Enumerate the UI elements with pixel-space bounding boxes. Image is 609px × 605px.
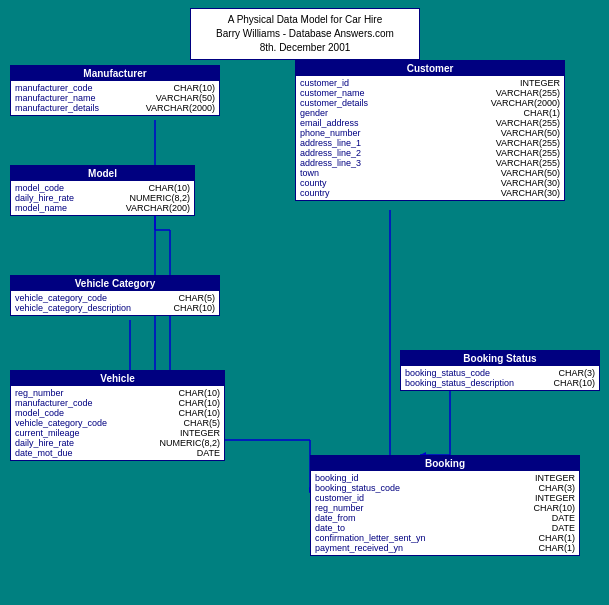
table-row: manufacturer_name VARCHAR(50)	[15, 93, 215, 103]
table-row: booking_status_code CHAR(3)	[405, 368, 595, 378]
table-row: manufacturer_code CHAR(10)	[15, 83, 215, 93]
table-row: email_address VARCHAR(255)	[300, 118, 560, 128]
table-row: reg_number CHAR(10)	[15, 388, 220, 398]
table-row: vehicle_category_code CHAR(5)	[15, 293, 215, 303]
vehicle-header: Vehicle	[11, 371, 224, 386]
table-row: vehicle_category_description CHAR(10)	[15, 303, 215, 313]
model-header: Model	[11, 166, 194, 181]
booking-status-header: Booking Status	[401, 351, 599, 366]
table-row: county VARCHAR(30)	[300, 178, 560, 188]
table-row: reg_number CHAR(10)	[315, 503, 575, 513]
customer-header: Customer	[296, 61, 564, 76]
table-row: country VARCHAR(30)	[300, 188, 560, 198]
table-row: booking_status_description CHAR(10)	[405, 378, 595, 388]
table-row: phone_number VARCHAR(50)	[300, 128, 560, 138]
table-row: town VARCHAR(50)	[300, 168, 560, 178]
table-row: daily_hire_rate NUMERIC(8,2)	[15, 438, 220, 448]
table-row: address_line_1 VARCHAR(255)	[300, 138, 560, 148]
vehicle-table: Vehicle reg_number CHAR(10) manufacturer…	[10, 370, 225, 461]
table-row: current_mileage INTEGER	[15, 428, 220, 438]
table-row: date_from DATE	[315, 513, 575, 523]
table-row: confirmation_letter_sent_yn CHAR(1)	[315, 533, 575, 543]
manufacturer-header: Manufacturer	[11, 66, 219, 81]
manufacturer-table: Manufacturer manufacturer_code CHAR(10) …	[10, 65, 220, 116]
title-line1: A Physical Data Model for Car Hire	[201, 13, 409, 27]
table-row: daily_hire_rate NUMERIC(8,2)	[15, 193, 190, 203]
table-row: model_name VARCHAR(200)	[15, 203, 190, 213]
table-row: model_code CHAR(10)	[15, 183, 190, 193]
table-row: gender CHAR(1)	[300, 108, 560, 118]
model-table: Model model_code CHAR(10) daily_hire_rat…	[10, 165, 195, 216]
table-row: payment_received_yn CHAR(1)	[315, 543, 575, 553]
booking-table: Booking booking_id INTEGER booking_statu…	[310, 455, 580, 556]
table-row: manufacturer_code CHAR(10)	[15, 398, 220, 408]
booking-status-table: Booking Status booking_status_code CHAR(…	[400, 350, 600, 391]
table-row: booking_status_code CHAR(3)	[315, 483, 575, 493]
table-row: address_line_2 VARCHAR(255)	[300, 148, 560, 158]
title-box: A Physical Data Model for Car Hire Barry…	[190, 8, 420, 60]
title-line3: 8th. December 2001	[201, 41, 409, 55]
table-row: date_mot_due DATE	[15, 448, 220, 458]
table-row: date_to DATE	[315, 523, 575, 533]
title-line2: Barry Williams - Database Answers.com	[201, 27, 409, 41]
table-row: vehicle_category_code CHAR(5)	[15, 418, 220, 428]
table-row: model_code CHAR(10)	[15, 408, 220, 418]
vehicle-category-header: Vehicle Category	[11, 276, 219, 291]
customer-table: Customer customer_id INTEGER customer_na…	[295, 60, 565, 201]
table-row: manufacturer_details VARCHAR(2000)	[15, 103, 215, 113]
table-row: customer_name VARCHAR(255)	[300, 88, 560, 98]
vehicle-category-table: Vehicle Category vehicle_category_code C…	[10, 275, 220, 316]
table-row: customer_id INTEGER	[315, 493, 575, 503]
table-row: booking_id INTEGER	[315, 473, 575, 483]
booking-header: Booking	[311, 456, 579, 471]
table-row: customer_details VARCHAR(2000)	[300, 98, 560, 108]
table-row: customer_id INTEGER	[300, 78, 560, 88]
table-row: address_line_3 VARCHAR(255)	[300, 158, 560, 168]
